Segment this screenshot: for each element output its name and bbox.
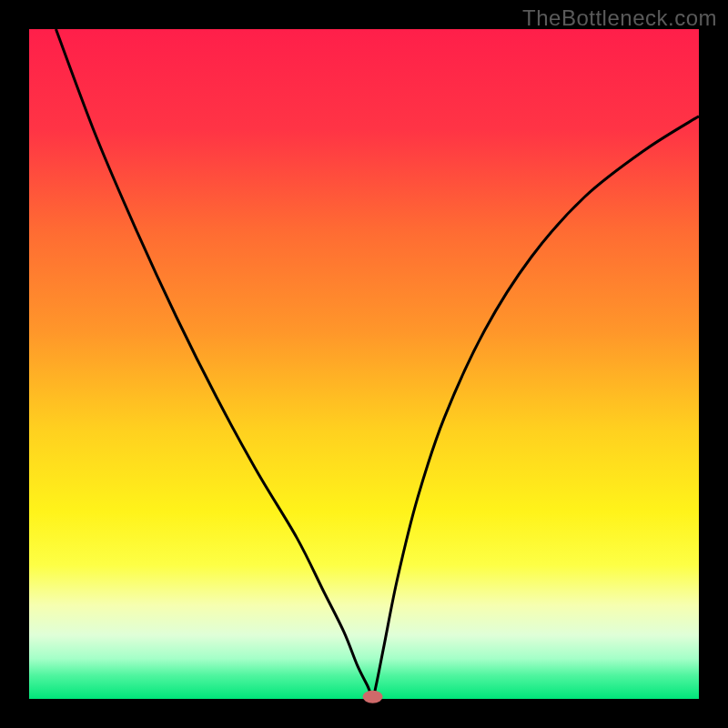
chart-stage: TheBottleneck.com: [0, 0, 728, 728]
bottleneck-chart: [0, 0, 728, 728]
plot-background: [29, 29, 699, 699]
optimum-marker: [363, 691, 383, 703]
watermark-text: TheBottleneck.com: [522, 5, 717, 31]
